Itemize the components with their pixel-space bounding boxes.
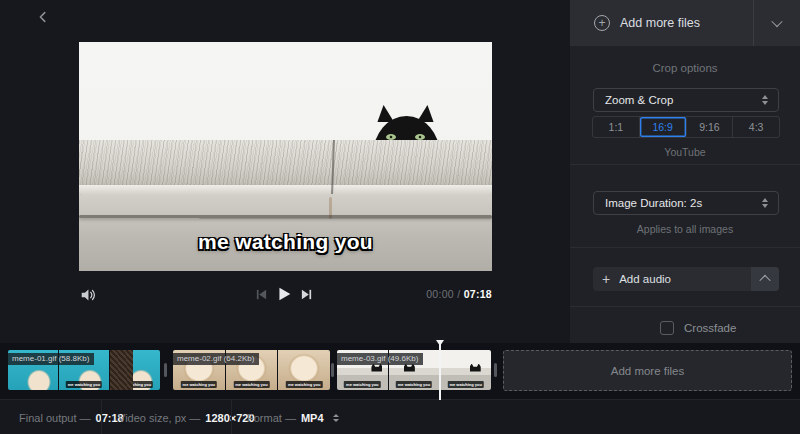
timeline-clip-meme-03[interactable]: me watching you me watching you me watch… xyxy=(337,350,491,390)
wall-lip xyxy=(79,185,492,195)
wall-ledge xyxy=(79,140,492,185)
section-divider xyxy=(570,306,800,307)
sidebar: + Add more files Crop options Zoom & Cro… xyxy=(570,0,800,343)
statusbar-divider xyxy=(231,400,232,434)
frame-caption: me watching you xyxy=(117,381,153,388)
crop-mode-select[interactable]: Zoom & Crop xyxy=(593,88,779,112)
skip-back-icon xyxy=(255,288,268,301)
clip-filename: meme-01.gif (58.8Kb) xyxy=(8,353,94,365)
section-divider xyxy=(570,164,800,165)
clip-frame: me watching you xyxy=(278,350,330,390)
play-button[interactable] xyxy=(275,285,293,303)
clip-filename: meme-03.gif (49.6Kb) xyxy=(337,353,423,365)
playhead-line xyxy=(439,343,441,400)
ratio-4-3-button[interactable]: 4:3 xyxy=(733,117,779,137)
aspect-ratio-group: 1:1 16:9 9:16 4:3 xyxy=(592,116,780,138)
volume-button[interactable] xyxy=(78,285,98,305)
frame-caption: me watching you xyxy=(233,381,269,388)
ratio-9-16-button[interactable]: 9:16 xyxy=(687,117,734,137)
ratio-16-9-button[interactable]: 16:9 xyxy=(640,117,687,137)
add-audio-label: Add audio xyxy=(619,273,671,285)
collapse-panel-button[interactable] xyxy=(753,0,800,46)
section-divider xyxy=(570,247,800,248)
crop-options-title: Crop options xyxy=(570,62,800,74)
format-value: MP4 xyxy=(301,412,324,424)
crossfade-row: Crossfade xyxy=(570,320,800,338)
frame-caption: me watching you xyxy=(66,381,102,388)
video-preview[interactable]: me watching you xyxy=(79,42,492,271)
chevron-left-icon xyxy=(36,10,50,24)
frame-caption: me watching you xyxy=(181,381,217,388)
format-label: Format — xyxy=(247,412,296,424)
duration-caption: Applies to all images xyxy=(570,223,800,235)
timeline: me watching you me watching you meme-01.… xyxy=(0,343,800,399)
video-editor-app: me watching you 00:00 / 07:18 + Add more… xyxy=(0,0,800,434)
audio-collapse-button[interactable] xyxy=(751,267,779,291)
skip-forward-icon xyxy=(300,288,313,301)
timeline-add-more-files-dropzone[interactable]: Add more files xyxy=(503,350,792,391)
select-stepper-icon xyxy=(762,198,768,208)
format-stepper-icon xyxy=(333,414,339,422)
format-stat[interactable]: Format — MP4 xyxy=(247,400,339,434)
skip-forward-button[interactable] xyxy=(299,287,313,301)
total-duration: 07:18 xyxy=(464,288,492,300)
plus-icon: + xyxy=(602,272,610,286)
clip-frame: me watching you xyxy=(110,350,160,390)
frame-caption: me watching you xyxy=(344,381,380,388)
time-display: 00:00 / 07:18 xyxy=(372,288,492,300)
add-audio-button[interactable]: + Add audio xyxy=(593,267,779,291)
playhead[interactable] xyxy=(434,340,445,400)
crossfade-checkbox[interactable] xyxy=(660,321,674,335)
timeline-clip-meme-02[interactable]: me watching you me watching you me watch… xyxy=(173,350,330,390)
frame-caption: me watching you xyxy=(447,381,483,388)
meme-caption: me watching you xyxy=(79,230,492,254)
crossfade-label: Crossfade xyxy=(684,322,736,334)
clip-trim-handle[interactable] xyxy=(164,363,167,377)
final-output-label: Final output — xyxy=(19,412,91,424)
video-size-stat: Video size, px — 1280×720 xyxy=(118,400,255,434)
time-separator: / xyxy=(454,288,464,300)
ratio-preset-caption: YouTube xyxy=(570,146,800,158)
frame-caption: me watching you xyxy=(286,381,322,388)
crop-mode-value: Zoom & Crop xyxy=(605,94,673,106)
chevron-down-icon xyxy=(771,16,782,27)
ratio-1-1-button[interactable]: 1:1 xyxy=(593,117,640,137)
image-duration-select[interactable]: Image Duration: 2s xyxy=(593,191,779,215)
current-time: 00:00 xyxy=(426,288,454,300)
timeline-clip-meme-01[interactable]: me watching you me watching you meme-01.… xyxy=(8,350,160,390)
plus-circle-icon: + xyxy=(594,15,610,31)
wall-crack-horizontal xyxy=(79,215,492,218)
add-more-files-label: Add more files xyxy=(620,0,700,46)
frame-caption: me watching you xyxy=(396,381,432,388)
statusbar-divider xyxy=(101,400,102,434)
clip-filename: meme-02.gif (64.2Kb) xyxy=(173,353,259,365)
select-stepper-icon xyxy=(762,95,768,105)
dropzone-label: Add more files xyxy=(611,365,685,377)
image-duration-value: Image Duration: 2s xyxy=(605,197,702,209)
clip-frame: me watching you xyxy=(440,350,491,390)
video-size-label: Video size, px — xyxy=(118,412,200,424)
status-bar: Final output — 07:18 Video size, px — 12… xyxy=(0,399,800,434)
play-icon xyxy=(276,286,292,302)
chevron-up-icon xyxy=(759,275,770,286)
back-button[interactable] xyxy=(32,6,54,28)
add-more-files-header-button[interactable]: + Add more files xyxy=(570,0,800,46)
clip-trim-handle[interactable] xyxy=(494,363,497,377)
final-output-stat: Final output — 07:18 xyxy=(19,400,124,434)
skip-back-button[interactable] xyxy=(254,287,268,301)
clip-trim-handle[interactable] xyxy=(331,363,334,377)
volume-icon xyxy=(79,286,97,304)
